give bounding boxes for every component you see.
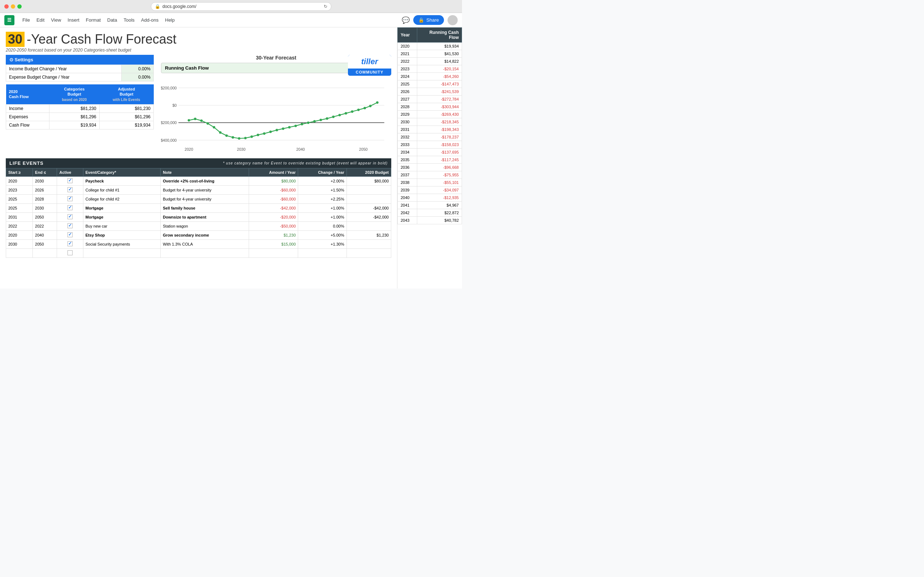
le-end: 2030 [33, 177, 57, 186]
sidebar-year: 2020 [398, 43, 417, 50]
sidebar-row: 2026 -$241,539 [398, 88, 462, 95]
sidebar-row: 2020 $19,934 [398, 43, 462, 50]
le-end: 2026 [33, 186, 57, 195]
sidebar-col-rcf: Running CashFlow [417, 28, 462, 43]
sidebar-value: $4,967 [417, 201, 462, 209]
sidebar-col-year: Year [398, 28, 417, 43]
le-active[interactable] [57, 249, 83, 258]
le-checkbox[interactable] [68, 196, 73, 201]
address-bar[interactable]: 🔒 docs.google.com/ ↻ [151, 2, 331, 11]
menu-format[interactable]: Format [83, 16, 103, 24]
le-note: Budget for 4-year university [161, 186, 249, 195]
cf-header-categories: CategoriesBudgetbased on 2020 [50, 84, 100, 104]
le-checkbox[interactable] [68, 250, 73, 255]
le-budget [347, 249, 391, 258]
le-checkbox[interactable] [68, 223, 73, 228]
svg-text:$0: $0 [173, 103, 177, 108]
le-checkbox[interactable] [68, 187, 73, 192]
reload-icon[interactable]: ↻ [324, 4, 327, 9]
menu-edit[interactable]: Edit [34, 16, 47, 24]
svg-text:2040: 2040 [296, 147, 305, 152]
title-text: -Year Cash Flow Forecast [27, 32, 176, 47]
settings-value-income: 0.00% [122, 65, 154, 73]
chart-panel: 30-Year Forecast Running Cash Flow ▼ til… [154, 55, 391, 155]
le-amount: $80,000 [249, 177, 298, 186]
le-change: +1.00% [298, 204, 347, 213]
le-budget: $1,230 [347, 231, 391, 240]
le-amount: -$20,000 [249, 213, 298, 222]
le-table: Start ≥ End ≤ Active Event/Category* Not… [6, 168, 391, 258]
settings-header: ⊙ Settings [6, 55, 154, 64]
le-end: 2028 [33, 195, 57, 204]
menu-addons[interactable]: Add-ons [138, 16, 162, 24]
le-active[interactable] [57, 195, 83, 204]
cf-label-expenses: Expenses [6, 113, 50, 121]
le-row: 2020 2040 Etsy Shop Grow secondary incom… [6, 231, 391, 240]
le-checkbox[interactable] [68, 241, 73, 246]
le-event: Buy new car [83, 222, 160, 231]
svg-point-32 [288, 126, 291, 129]
le-checkbox[interactable] [68, 214, 73, 219]
sidebar-year: 2031 [398, 126, 417, 134]
cf-cat-income: $81,230 [50, 104, 100, 113]
le-active[interactable] [57, 177, 83, 186]
svg-point-29 [269, 131, 272, 133]
le-active[interactable] [57, 231, 83, 240]
menu-view[interactable]: View [48, 16, 64, 24]
svg-text:-$400,000: -$400,000 [161, 138, 177, 142]
tiller-name: tiller [352, 57, 388, 66]
sidebar-row: 2029 -$269,430 [398, 111, 462, 118]
le-active[interactable] [57, 240, 83, 249]
menu-help[interactable]: Help [162, 16, 178, 24]
le-col-budget: 2020 Budget [347, 168, 391, 177]
le-active[interactable] [57, 204, 83, 213]
le-checkbox[interactable] [68, 205, 73, 210]
le-amount: -$60,000 [249, 186, 298, 195]
le-header-row: Start ≥ End ≤ Active Event/Category* Not… [6, 168, 391, 177]
le-header: LIFE EVENTS * use category name for Even… [6, 158, 391, 168]
svg-point-38 [326, 117, 328, 120]
svg-text:2020: 2020 [185, 147, 194, 152]
menu-file[interactable]: File [19, 16, 33, 24]
menu-data[interactable]: Data [104, 16, 120, 24]
sidebar-value: -$137,695 [417, 148, 462, 156]
subtitle: 2020-2050 forecast based on your 2020 Ca… [6, 48, 391, 53]
lock-icon: 🔒 [155, 4, 160, 9]
le-checkbox[interactable] [68, 232, 73, 237]
le-event: Etsy Shop [83, 231, 160, 240]
sidebar-row: 2025 -$147,473 [398, 81, 462, 88]
svg-rect-1 [8, 18, 11, 19]
le-row [6, 249, 391, 258]
svg-point-43 [357, 108, 360, 111]
le-active[interactable] [57, 186, 83, 195]
le-end: 2050 [33, 240, 57, 249]
sidebar-year: 2030 [398, 118, 417, 126]
le-col-end: End ≤ [33, 168, 57, 177]
menu-tools[interactable]: Tools [121, 16, 137, 24]
svg-text:2050: 2050 [359, 147, 368, 152]
le-active[interactable] [57, 222, 83, 231]
le-checkbox[interactable] [68, 178, 73, 183]
sidebar-row: 2042 $22,872 [398, 209, 462, 217]
svg-point-42 [351, 110, 353, 113]
share-button[interactable]: 🔒 Share [413, 15, 444, 25]
svg-text:$200,000: $200,000 [161, 86, 177, 90]
le-start: 2025 [6, 195, 33, 204]
maximize-button[interactable] [17, 4, 22, 9]
comment-icon[interactable]: 💬 [402, 16, 410, 24]
sidebar-value: -$198,343 [417, 126, 462, 134]
sidebar-value: -$269,430 [417, 111, 462, 118]
svg-point-44 [363, 107, 366, 109]
le-row: 2031 2050 Mortgage Downsize to apartment… [6, 213, 391, 222]
le-active[interactable] [57, 213, 83, 222]
svg-point-34 [300, 123, 303, 126]
avatar[interactable] [447, 15, 458, 25]
sidebar-row: 2033 -$158,023 [398, 141, 462, 148]
svg-point-28 [263, 132, 266, 135]
menu-insert[interactable]: Insert [65, 16, 82, 24]
sidebar-year: 2027 [398, 95, 417, 103]
minimize-button[interactable] [11, 4, 15, 9]
close-button[interactable] [4, 4, 9, 9]
le-change: +1.30% [298, 240, 347, 249]
le-event: Mortgage [83, 204, 160, 213]
